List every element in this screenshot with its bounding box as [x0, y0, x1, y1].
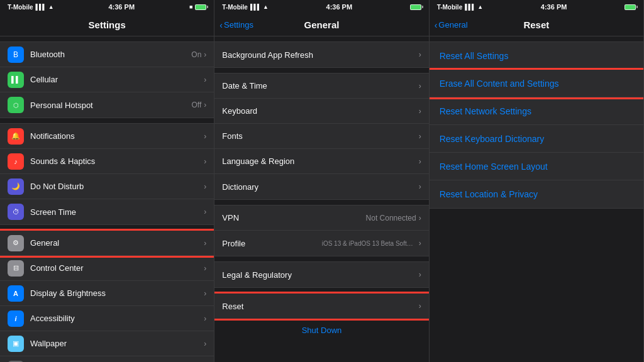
reset-location-item[interactable]: Reset Location & Privacy — [430, 180, 643, 208]
hotspot-chevron: › — [204, 101, 206, 109]
settings-item-notifications[interactable]: 🔔 Notifications › — [0, 124, 214, 149]
reset-network-label: Reset Network Settings — [440, 106, 531, 116]
time-2: 4:36 PM — [326, 3, 353, 11]
settings-item-language[interactable]: Language & Region › — [214, 149, 428, 174]
settings-item-bg-refresh[interactable]: Background App Refresh › — [214, 42, 428, 67]
back-label-3: General — [438, 20, 467, 30]
settings-item-sounds[interactable]: ♪ Sounds & Haptics › — [0, 149, 214, 174]
carrier-3: T-Mobile — [437, 4, 463, 11]
language-chevron: › — [419, 157, 421, 166]
settings-item-profile[interactable]: Profile iOS 13 & iPadOS 13 Beta Software… — [214, 231, 428, 256]
settings-item-cellular[interactable]: ▌▌ Cellular › — [0, 67, 214, 92]
settings-item-keyboard[interactable]: Keyboard › — [214, 99, 428, 124]
section-legal: Legal & Regulatory › — [214, 261, 428, 288]
reset-all-settings-item[interactable]: Reset All Settings — [430, 42, 643, 70]
settings-item-dnd[interactable]: 🌙 Do Not Disturb › — [0, 174, 214, 199]
settings-item-siri[interactable]: ◎ Siri & Search › — [0, 356, 214, 362]
signal-icon-1: ▌▌▌ — [36, 4, 46, 10]
wifi-icon-2: ▲ — [263, 4, 269, 10]
status-bar-1: T-Mobile ▌▌▌ ▲ 4:36 PM ■ — [0, 0, 214, 14]
nav-header-3: ‹ General Reset — [430, 14, 643, 36]
status-bar-2: T-Mobile ▌▌▌ ▲ 4:36 PM — [214, 0, 428, 14]
accessibility-label: Accessibility — [30, 314, 204, 323]
wallpaper-label: Wallpaper — [30, 339, 204, 348]
reset-keyboard-label: Reset Keyboard Dictionary — [440, 134, 545, 144]
reset-homescreen-label: Reset Home Screen Layout — [440, 162, 548, 172]
wallpaper-icon: ▣ — [8, 336, 24, 352]
back-button-3[interactable]: ‹ General — [435, 20, 468, 30]
reset-homescreen-item[interactable]: Reset Home Screen Layout — [430, 153, 643, 180]
settings-item-general[interactable]: ⚙ General › — [0, 231, 214, 256]
hotspot-icon: ⬡ — [8, 97, 24, 113]
section-bg-refresh: Background App Refresh › — [214, 41, 428, 68]
section-reset-items: Reset All Settings Erase All Content and… — [430, 41, 643, 209]
vpn-chevron: › — [419, 214, 421, 222]
date-time-chevron: › — [419, 82, 421, 90]
reset-label: Reset — [222, 302, 418, 311]
profile-label: Profile — [222, 239, 321, 248]
back-chevron-3: ‹ — [435, 20, 438, 30]
settings-item-wallpaper[interactable]: ▣ Wallpaper › — [0, 331, 214, 356]
screentime-label: Screen Time — [30, 207, 204, 217]
settings-item-bluetooth[interactable]: B Bluetooth On › — [0, 42, 214, 67]
settings-item-accessibility[interactable]: i Accessibility › — [0, 306, 214, 331]
bg-refresh-label: Background App Refresh — [222, 50, 418, 60]
status-left-3: T-Mobile ▌▌▌ ▲ — [437, 4, 484, 11]
settings-item-date-time[interactable]: Date & Time › — [214, 74, 428, 99]
profile-value: iOS 13 & iPadOS 13 Beta Software Pr... — [322, 240, 416, 247]
settings-list-2: Background App Refresh › Date & Time › K… — [214, 36, 428, 362]
screentime-chevron: › — [204, 207, 206, 216]
bluetooth-label: Bluetooth — [30, 50, 191, 59]
reset-network-item[interactable]: Reset Network Settings — [430, 97, 643, 125]
shutdown-button[interactable]: Shut Down — [214, 319, 428, 341]
signal-icon-2: ▌▌▌ — [250, 4, 260, 10]
cellular-chevron: › — [204, 75, 206, 84]
profile-chevron: › — [419, 239, 421, 248]
settings-item-vpn[interactable]: VPN Not Connected › — [214, 206, 428, 231]
vpn-label: VPN — [222, 213, 365, 222]
control-center-icon: ⊟ — [8, 260, 24, 277]
fonts-label: Fonts — [222, 131, 418, 141]
language-label: Language & Region — [222, 156, 418, 166]
settings-item-hotspot[interactable]: ⬡ Personal Hotspot Off › — [0, 92, 214, 118]
hotspot-label: Personal Hotspot — [30, 101, 192, 110]
control-center-chevron: › — [204, 264, 206, 273]
settings-item-reset[interactable]: Reset › — [214, 293, 428, 319]
accessibility-icon: i — [8, 310, 24, 327]
display-chevron: › — [204, 289, 206, 298]
section-general: ⚙ General › ⊟ Control Center › A Display… — [0, 230, 214, 362]
bluetooth-value: On — [191, 50, 201, 59]
erase-all-content-item[interactable]: Erase All Content and Settings — [430, 70, 643, 97]
reset-keyboard-item[interactable]: Reset Keyboard Dictionary — [430, 125, 643, 153]
dictionary-chevron: › — [419, 182, 421, 191]
status-bar-3: T-Mobile ▌▌▌ ▲ 4:36 PM — [430, 0, 643, 14]
settings-item-screentime[interactable]: ⏱ Screen Time › — [0, 199, 214, 224]
battery-icon-2 — [410, 4, 421, 10]
settings-item-fonts[interactable]: Fonts › — [214, 124, 428, 149]
status-right-1: ■ — [189, 4, 206, 10]
settings-list-1: B Bluetooth On › ▌▌ Cellular › ⬡ Persona… — [0, 36, 214, 362]
back-button-2[interactable]: ‹ Settings — [219, 20, 253, 30]
dnd-label: Do Not Disturb — [30, 182, 204, 191]
accessibility-chevron: › — [204, 314, 206, 323]
settings-item-dictionary[interactable]: Dictionary › — [214, 174, 428, 199]
sounds-label: Sounds & Haptics — [30, 156, 204, 166]
bluetooth-chevron: › — [204, 50, 206, 59]
settings-item-display[interactable]: A Display & Brightness › — [0, 281, 214, 306]
settings-item-legal[interactable]: Legal & Regulatory › — [214, 262, 428, 287]
notifications-icon: 🔔 — [8, 128, 24, 145]
settings-item-control-center[interactable]: ⊟ Control Center › — [0, 256, 214, 281]
control-center-label: Control Center — [30, 263, 204, 273]
wifi-icon-3: ▲ — [477, 4, 483, 10]
carrier-1: T-Mobile — [8, 4, 33, 11]
section-reset: Reset › — [214, 293, 428, 319]
section-connectivity: B Bluetooth On › ▌▌ Cellular › ⬡ Persona… — [0, 41, 214, 118]
page-title-3: Reset — [523, 19, 549, 30]
dictionary-label: Dictionary — [222, 182, 418, 192]
time-3: 4:36 PM — [541, 3, 567, 11]
dnd-chevron: › — [204, 182, 206, 191]
signal-icon-3: ▌▌▌ — [465, 4, 475, 10]
carrier-2: T-Mobile — [222, 4, 248, 11]
erase-all-content-label: Erase All Content and Settings — [440, 79, 559, 89]
time-1: 4:36 PM — [108, 3, 135, 11]
